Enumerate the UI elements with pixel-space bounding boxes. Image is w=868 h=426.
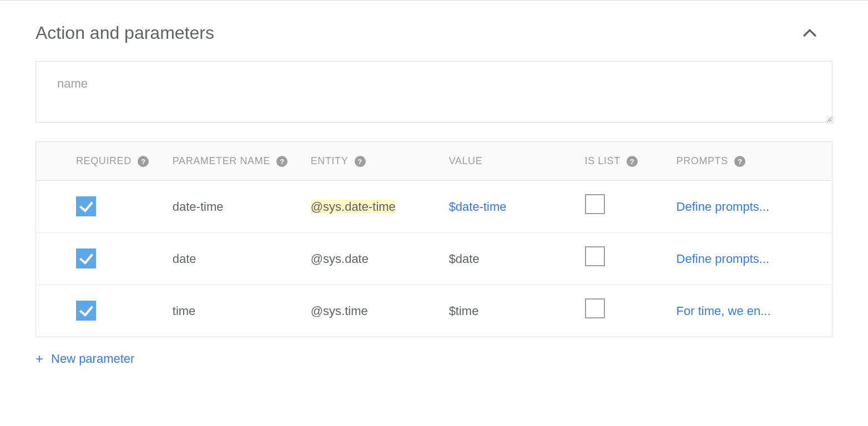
section-title: Action and parameters	[36, 23, 214, 43]
action-name-input[interactable]	[36, 61, 832, 123]
help-icon[interactable]: ?	[138, 156, 149, 167]
header-prompts: PROMPTS ?	[670, 142, 832, 181]
entity-text: @sys.time	[311, 304, 368, 318]
header-entity-label: ENTITY	[311, 155, 348, 166]
cell-prompts: Define prompts...	[670, 233, 832, 285]
cell-is-list	[581, 181, 670, 233]
parameter-name-text: date-time	[173, 200, 224, 214]
required-checkbox[interactable]	[76, 248, 96, 268]
parameters-tbody: date-time@sys.date-time$date-timeDefine …	[36, 181, 832, 337]
value-text: $date	[449, 252, 480, 266]
header-is-list-label: IS LIST	[585, 155, 620, 166]
header-is-list: IS LIST ?	[581, 142, 670, 181]
cell-entity[interactable]: @sys.time	[304, 285, 442, 337]
table-header-row: REQUIRED ? PARAMETER NAME ? ENTITY ? VAL…	[36, 142, 832, 181]
cell-entity[interactable]: @sys.date-time	[304, 181, 442, 233]
cell-required	[36, 285, 166, 337]
prompt-link[interactable]: For time, we en...	[677, 304, 771, 318]
parameter-name-text: date	[173, 252, 196, 266]
parameters-table: REQUIRED ? PARAMETER NAME ? ENTITY ? VAL…	[36, 141, 832, 337]
new-parameter-button[interactable]: + New parameter	[36, 352, 832, 366]
section-header: Action and parameters	[36, 23, 832, 43]
cell-parameter-name[interactable]: date-time	[166, 181, 304, 233]
header-entity: ENTITY ?	[304, 142, 442, 181]
cell-value[interactable]: $date-time	[442, 181, 581, 233]
table-row[interactable]: time@sys.time$timeFor time, we en...	[36, 285, 832, 337]
header-required: REQUIRED ?	[36, 142, 166, 181]
cell-is-list	[581, 233, 670, 285]
new-parameter-label: New parameter	[51, 352, 134, 366]
cell-is-list	[581, 285, 670, 337]
is-list-checkbox[interactable]	[585, 298, 605, 318]
entity-text: @sys.date	[311, 252, 369, 266]
header-value: VALUE	[442, 142, 581, 181]
help-icon[interactable]: ?	[627, 156, 638, 167]
required-checkbox[interactable]	[76, 196, 96, 216]
cell-required	[36, 181, 166, 233]
parameter-name-text: time	[173, 304, 196, 318]
cell-prompts: Define prompts...	[670, 181, 832, 233]
cell-prompts: For time, we en...	[670, 285, 832, 337]
is-list-checkbox[interactable]	[585, 194, 605, 214]
prompt-link[interactable]: Define prompts...	[677, 200, 770, 214]
is-list-checkbox[interactable]	[585, 246, 605, 266]
help-icon[interactable]: ?	[355, 156, 366, 167]
chevron-up-icon[interactable]	[800, 24, 819, 43]
help-icon[interactable]: ?	[734, 156, 745, 167]
cell-parameter-name[interactable]: time	[166, 285, 304, 337]
header-parameter-name: PARAMETER NAME ?	[166, 142, 304, 181]
header-parameter-name-label: PARAMETER NAME	[173, 155, 270, 166]
cell-value[interactable]: $time	[442, 285, 581, 337]
cell-required	[36, 233, 166, 285]
value-text: $time	[449, 304, 479, 318]
table-row[interactable]: date-time@sys.date-time$date-timeDefine …	[36, 181, 832, 233]
required-checkbox[interactable]	[76, 301, 96, 321]
cell-value[interactable]: $date	[442, 233, 581, 285]
header-prompts-label: PROMPTS	[677, 155, 728, 166]
help-icon[interactable]: ?	[276, 156, 287, 167]
cell-parameter-name[interactable]: date	[166, 233, 304, 285]
plus-icon: +	[36, 352, 43, 366]
table-row[interactable]: date@sys.date$dateDefine prompts...	[36, 233, 832, 285]
header-required-label: REQUIRED	[76, 155, 132, 166]
cell-entity[interactable]: @sys.date	[304, 233, 442, 285]
header-value-label: VALUE	[449, 155, 483, 166]
action-parameters-section: Action and parameters REQUIRED ? PARAMET…	[0, 1, 868, 388]
prompt-link[interactable]: Define prompts...	[677, 252, 770, 266]
entity-text: @sys.date-time	[311, 200, 396, 214]
value-text: $date-time	[449, 200, 507, 214]
